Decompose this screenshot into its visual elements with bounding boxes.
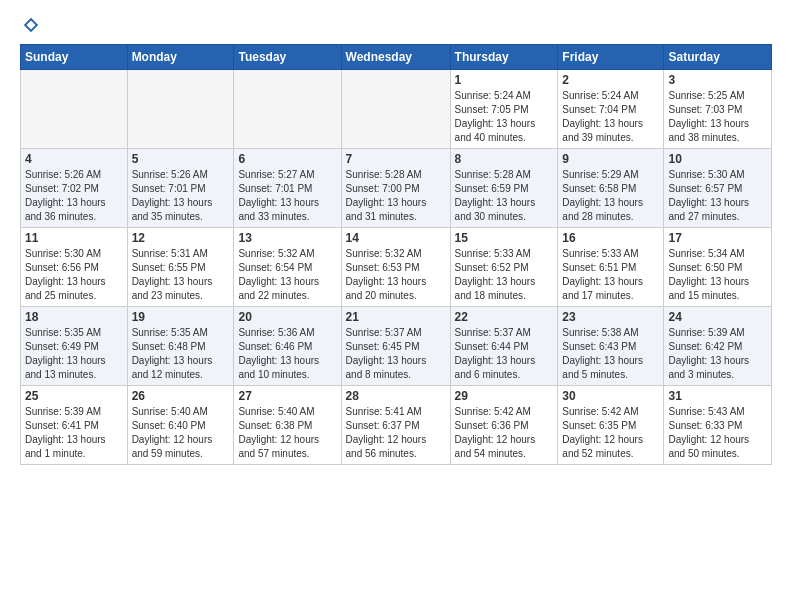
calendar-cell: 9Sunrise: 5:29 AM Sunset: 6:58 PM Daylig… xyxy=(558,149,664,228)
calendar-week-3: 11Sunrise: 5:30 AM Sunset: 6:56 PM Dayli… xyxy=(21,228,772,307)
day-number: 15 xyxy=(455,231,554,245)
calendar: SundayMondayTuesdayWednesdayThursdayFrid… xyxy=(20,44,772,465)
calendar-header-friday: Friday xyxy=(558,45,664,70)
day-info: Sunrise: 5:37 AM Sunset: 6:44 PM Dayligh… xyxy=(455,326,554,382)
day-number: 16 xyxy=(562,231,659,245)
day-info: Sunrise: 5:24 AM Sunset: 7:05 PM Dayligh… xyxy=(455,89,554,145)
calendar-cell xyxy=(21,70,128,149)
day-number: 25 xyxy=(25,389,123,403)
day-number: 6 xyxy=(238,152,336,166)
calendar-cell: 18Sunrise: 5:35 AM Sunset: 6:49 PM Dayli… xyxy=(21,307,128,386)
day-number: 12 xyxy=(132,231,230,245)
calendar-cell: 1Sunrise: 5:24 AM Sunset: 7:05 PM Daylig… xyxy=(450,70,558,149)
day-info: Sunrise: 5:28 AM Sunset: 7:00 PM Dayligh… xyxy=(346,168,446,224)
day-info: Sunrise: 5:42 AM Sunset: 6:35 PM Dayligh… xyxy=(562,405,659,461)
calendar-cell xyxy=(341,70,450,149)
calendar-cell: 20Sunrise: 5:36 AM Sunset: 6:46 PM Dayli… xyxy=(234,307,341,386)
day-number: 22 xyxy=(455,310,554,324)
day-number: 23 xyxy=(562,310,659,324)
calendar-cell: 12Sunrise: 5:31 AM Sunset: 6:55 PM Dayli… xyxy=(127,228,234,307)
day-number: 9 xyxy=(562,152,659,166)
day-number: 7 xyxy=(346,152,446,166)
day-number: 17 xyxy=(668,231,767,245)
logo xyxy=(20,16,40,34)
calendar-cell: 14Sunrise: 5:32 AM Sunset: 6:53 PM Dayli… xyxy=(341,228,450,307)
day-info: Sunrise: 5:31 AM Sunset: 6:55 PM Dayligh… xyxy=(132,247,230,303)
day-number: 20 xyxy=(238,310,336,324)
day-number: 29 xyxy=(455,389,554,403)
calendar-cell: 2Sunrise: 5:24 AM Sunset: 7:04 PM Daylig… xyxy=(558,70,664,149)
day-info: Sunrise: 5:29 AM Sunset: 6:58 PM Dayligh… xyxy=(562,168,659,224)
day-info: Sunrise: 5:32 AM Sunset: 6:54 PM Dayligh… xyxy=(238,247,336,303)
calendar-cell: 11Sunrise: 5:30 AM Sunset: 6:56 PM Dayli… xyxy=(21,228,128,307)
day-info: Sunrise: 5:27 AM Sunset: 7:01 PM Dayligh… xyxy=(238,168,336,224)
calendar-cell: 13Sunrise: 5:32 AM Sunset: 6:54 PM Dayli… xyxy=(234,228,341,307)
calendar-cell: 24Sunrise: 5:39 AM Sunset: 6:42 PM Dayli… xyxy=(664,307,772,386)
day-number: 8 xyxy=(455,152,554,166)
logo-icon xyxy=(22,16,40,34)
day-number: 30 xyxy=(562,389,659,403)
day-info: Sunrise: 5:35 AM Sunset: 6:48 PM Dayligh… xyxy=(132,326,230,382)
calendar-cell: 16Sunrise: 5:33 AM Sunset: 6:51 PM Dayli… xyxy=(558,228,664,307)
day-info: Sunrise: 5:26 AM Sunset: 7:01 PM Dayligh… xyxy=(132,168,230,224)
calendar-cell: 10Sunrise: 5:30 AM Sunset: 6:57 PM Dayli… xyxy=(664,149,772,228)
day-info: Sunrise: 5:25 AM Sunset: 7:03 PM Dayligh… xyxy=(668,89,767,145)
day-number: 11 xyxy=(25,231,123,245)
day-number: 28 xyxy=(346,389,446,403)
day-number: 14 xyxy=(346,231,446,245)
day-info: Sunrise: 5:33 AM Sunset: 6:52 PM Dayligh… xyxy=(455,247,554,303)
day-info: Sunrise: 5:42 AM Sunset: 6:36 PM Dayligh… xyxy=(455,405,554,461)
day-number: 27 xyxy=(238,389,336,403)
calendar-week-2: 4Sunrise: 5:26 AM Sunset: 7:02 PM Daylig… xyxy=(21,149,772,228)
calendar-cell: 26Sunrise: 5:40 AM Sunset: 6:40 PM Dayli… xyxy=(127,386,234,465)
calendar-header-tuesday: Tuesday xyxy=(234,45,341,70)
calendar-header-thursday: Thursday xyxy=(450,45,558,70)
day-number: 24 xyxy=(668,310,767,324)
calendar-week-4: 18Sunrise: 5:35 AM Sunset: 6:49 PM Dayli… xyxy=(21,307,772,386)
day-number: 18 xyxy=(25,310,123,324)
day-number: 21 xyxy=(346,310,446,324)
calendar-header-monday: Monday xyxy=(127,45,234,70)
day-info: Sunrise: 5:30 AM Sunset: 6:56 PM Dayligh… xyxy=(25,247,123,303)
day-number: 10 xyxy=(668,152,767,166)
day-info: Sunrise: 5:40 AM Sunset: 6:38 PM Dayligh… xyxy=(238,405,336,461)
day-number: 1 xyxy=(455,73,554,87)
calendar-cell: 6Sunrise: 5:27 AM Sunset: 7:01 PM Daylig… xyxy=(234,149,341,228)
calendar-cell: 23Sunrise: 5:38 AM Sunset: 6:43 PM Dayli… xyxy=(558,307,664,386)
header xyxy=(20,16,772,34)
calendar-cell: 28Sunrise: 5:41 AM Sunset: 6:37 PM Dayli… xyxy=(341,386,450,465)
day-number: 3 xyxy=(668,73,767,87)
day-info: Sunrise: 5:30 AM Sunset: 6:57 PM Dayligh… xyxy=(668,168,767,224)
calendar-cell xyxy=(234,70,341,149)
day-info: Sunrise: 5:39 AM Sunset: 6:42 PM Dayligh… xyxy=(668,326,767,382)
day-info: Sunrise: 5:34 AM Sunset: 6:50 PM Dayligh… xyxy=(668,247,767,303)
calendar-header-wednesday: Wednesday xyxy=(341,45,450,70)
calendar-cell xyxy=(127,70,234,149)
calendar-cell: 3Sunrise: 5:25 AM Sunset: 7:03 PM Daylig… xyxy=(664,70,772,149)
calendar-header-sunday: Sunday xyxy=(21,45,128,70)
day-info: Sunrise: 5:26 AM Sunset: 7:02 PM Dayligh… xyxy=(25,168,123,224)
calendar-cell: 8Sunrise: 5:28 AM Sunset: 6:59 PM Daylig… xyxy=(450,149,558,228)
day-info: Sunrise: 5:37 AM Sunset: 6:45 PM Dayligh… xyxy=(346,326,446,382)
day-info: Sunrise: 5:43 AM Sunset: 6:33 PM Dayligh… xyxy=(668,405,767,461)
calendar-week-1: 1Sunrise: 5:24 AM Sunset: 7:05 PM Daylig… xyxy=(21,70,772,149)
day-info: Sunrise: 5:38 AM Sunset: 6:43 PM Dayligh… xyxy=(562,326,659,382)
calendar-cell: 15Sunrise: 5:33 AM Sunset: 6:52 PM Dayli… xyxy=(450,228,558,307)
day-info: Sunrise: 5:33 AM Sunset: 6:51 PM Dayligh… xyxy=(562,247,659,303)
page: SundayMondayTuesdayWednesdayThursdayFrid… xyxy=(0,0,792,475)
calendar-cell: 17Sunrise: 5:34 AM Sunset: 6:50 PM Dayli… xyxy=(664,228,772,307)
day-number: 2 xyxy=(562,73,659,87)
calendar-cell: 7Sunrise: 5:28 AM Sunset: 7:00 PM Daylig… xyxy=(341,149,450,228)
day-number: 26 xyxy=(132,389,230,403)
calendar-header-row: SundayMondayTuesdayWednesdayThursdayFrid… xyxy=(21,45,772,70)
calendar-cell: 22Sunrise: 5:37 AM Sunset: 6:44 PM Dayli… xyxy=(450,307,558,386)
calendar-cell: 31Sunrise: 5:43 AM Sunset: 6:33 PM Dayli… xyxy=(664,386,772,465)
day-info: Sunrise: 5:28 AM Sunset: 6:59 PM Dayligh… xyxy=(455,168,554,224)
day-info: Sunrise: 5:32 AM Sunset: 6:53 PM Dayligh… xyxy=(346,247,446,303)
day-info: Sunrise: 5:39 AM Sunset: 6:41 PM Dayligh… xyxy=(25,405,123,461)
calendar-cell: 21Sunrise: 5:37 AM Sunset: 6:45 PM Dayli… xyxy=(341,307,450,386)
day-info: Sunrise: 5:41 AM Sunset: 6:37 PM Dayligh… xyxy=(346,405,446,461)
calendar-cell: 19Sunrise: 5:35 AM Sunset: 6:48 PM Dayli… xyxy=(127,307,234,386)
calendar-cell: 5Sunrise: 5:26 AM Sunset: 7:01 PM Daylig… xyxy=(127,149,234,228)
day-number: 31 xyxy=(668,389,767,403)
